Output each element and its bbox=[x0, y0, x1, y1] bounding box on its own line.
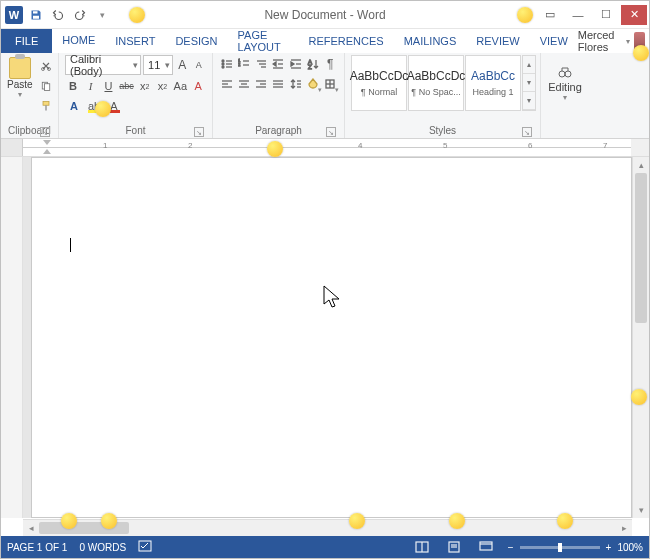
status-word-count[interactable]: 0 WORDS bbox=[79, 542, 126, 553]
scroll-down-button[interactable]: ▾ bbox=[633, 502, 649, 518]
style-heading-1[interactable]: AaBbCcHeading 1 bbox=[465, 55, 521, 111]
style-normal[interactable]: AaBbCcDc¶ Normal bbox=[351, 55, 407, 111]
help-button[interactable]: ? bbox=[509, 5, 535, 25]
view-web-layout-button[interactable] bbox=[476, 539, 496, 555]
strikethrough-button[interactable]: abc bbox=[118, 77, 135, 95]
zoom-slider-thumb[interactable] bbox=[558, 543, 562, 552]
text-effects-button[interactable]: A bbox=[65, 97, 83, 115]
hscroll-thumb[interactable] bbox=[39, 522, 129, 534]
tab-references[interactable]: REFERENCES bbox=[299, 29, 394, 53]
save-icon[interactable] bbox=[27, 6, 45, 24]
ruler-scale[interactable]: 1 2 3 4 5 6 7 bbox=[23, 139, 631, 156]
zoom-out-button[interactable]: − bbox=[508, 542, 514, 553]
tab-file[interactable]: FILE bbox=[1, 29, 52, 53]
clear-formatting-button[interactable]: A bbox=[190, 77, 206, 95]
increase-indent-button[interactable] bbox=[288, 55, 303, 73]
underline-button[interactable]: U bbox=[101, 77, 117, 95]
multilevel-list-button[interactable] bbox=[254, 55, 269, 73]
borders-button[interactable] bbox=[323, 75, 338, 93]
show-pilcrow-button[interactable]: ¶ bbox=[323, 55, 338, 73]
horizontal-scrollbar[interactable]: ◂ ▸ bbox=[23, 519, 632, 536]
group-label-clipboard: Clipboard bbox=[7, 124, 52, 138]
justify-button[interactable] bbox=[271, 75, 286, 93]
tab-page-layout[interactable]: PAGE LAYOUT bbox=[228, 29, 299, 53]
shrink-font-button[interactable]: A bbox=[192, 56, 206, 74]
format-painter-icon[interactable] bbox=[37, 97, 55, 115]
grow-font-button[interactable]: A bbox=[175, 56, 189, 74]
minimize-button[interactable]: — bbox=[565, 5, 591, 25]
subscript-button[interactable]: x2 bbox=[137, 77, 153, 95]
account-area[interactable]: Merced Flores ▾ bbox=[578, 29, 649, 53]
font-color-button[interactable]: A bbox=[105, 97, 123, 115]
view-read-mode-button[interactable] bbox=[412, 539, 432, 555]
maximize-button[interactable]: ☐ bbox=[593, 5, 619, 25]
paste-button[interactable]: Paste ▾ bbox=[7, 55, 33, 124]
zoom-slider[interactable] bbox=[520, 546, 600, 549]
cut-icon[interactable] bbox=[37, 57, 55, 75]
ruler-tab-selector[interactable] bbox=[1, 139, 23, 156]
ruler-vertical[interactable] bbox=[1, 157, 23, 518]
line-spacing-button[interactable] bbox=[288, 75, 303, 93]
paragraph-dialog-launcher[interactable] bbox=[326, 127, 336, 137]
sort-button[interactable]: AZ bbox=[305, 55, 320, 73]
svg-rect-0 bbox=[33, 11, 38, 13]
document-area: ▴ ▾ bbox=[1, 157, 649, 518]
superscript-button[interactable]: x2 bbox=[155, 77, 171, 95]
bold-button[interactable]: B bbox=[65, 77, 81, 95]
ribbon-display-options-button[interactable]: ▭ bbox=[537, 5, 563, 25]
highlight-color-button[interactable]: ab bbox=[85, 97, 103, 115]
status-page[interactable]: PAGE 1 OF 1 bbox=[7, 542, 67, 553]
scroll-thumb[interactable] bbox=[635, 173, 647, 323]
tab-mailings[interactable]: MAILINGS bbox=[394, 29, 467, 53]
scroll-up-button[interactable]: ▴ bbox=[633, 157, 649, 173]
zoom-percent[interactable]: 100% bbox=[617, 542, 643, 553]
tab-home[interactable]: HOME bbox=[52, 29, 105, 53]
style-no-spacing[interactable]: AaBbCcDc¶ No Spac... bbox=[408, 55, 464, 111]
tab-insert[interactable]: INSERT bbox=[105, 29, 165, 53]
scroll-left-button[interactable]: ◂ bbox=[23, 523, 39, 533]
font-dialog-launcher[interactable] bbox=[194, 127, 204, 137]
decrease-indent-button[interactable] bbox=[271, 55, 286, 73]
hscroll-track[interactable] bbox=[39, 520, 616, 536]
clipboard-dialog-launcher[interactable] bbox=[40, 127, 50, 137]
shading-button[interactable] bbox=[305, 75, 320, 93]
tab-design[interactable]: DESIGN bbox=[165, 29, 227, 53]
italic-button[interactable]: I bbox=[83, 77, 99, 95]
page[interactable] bbox=[31, 157, 632, 518]
document-viewport[interactable] bbox=[23, 157, 632, 518]
vertical-scrollbar[interactable]: ▴ ▾ bbox=[632, 157, 649, 518]
undo-icon[interactable] bbox=[49, 6, 67, 24]
redo-icon[interactable] bbox=[71, 6, 89, 24]
font-name-combo[interactable]: Calibri (Body) bbox=[65, 55, 141, 75]
zoom-control[interactable]: − + 100% bbox=[508, 542, 643, 553]
group-label-font: Font bbox=[65, 124, 206, 138]
editing-menu-button[interactable]: Editing ▾ bbox=[547, 55, 583, 124]
ruler-tick: 5 bbox=[443, 141, 447, 150]
qat-customize-icon[interactable]: ▾ bbox=[93, 6, 111, 24]
scroll-right-button[interactable]: ▸ bbox=[616, 523, 632, 533]
group-paragraph: 12 AZ ¶ Paragraph bbox=[213, 53, 345, 138]
change-case-button[interactable]: Aa bbox=[172, 77, 188, 95]
view-print-layout-button[interactable] bbox=[444, 539, 464, 555]
tab-view[interactable]: VIEW bbox=[530, 29, 578, 53]
status-proofing-icon[interactable] bbox=[138, 540, 152, 554]
font-size-combo[interactable]: 11 bbox=[143, 55, 173, 75]
close-button[interactable]: ✕ bbox=[621, 5, 647, 25]
scroll-track[interactable] bbox=[633, 173, 649, 502]
styles-gallery-more[interactable]: ▴▾▾ bbox=[522, 55, 536, 111]
styles-dialog-launcher[interactable] bbox=[522, 127, 532, 137]
zoom-in-button[interactable]: + bbox=[606, 542, 612, 553]
tab-review[interactable]: REVIEW bbox=[466, 29, 529, 53]
indent-marker-icon[interactable] bbox=[43, 140, 51, 154]
align-left-button[interactable] bbox=[219, 75, 234, 93]
align-right-button[interactable] bbox=[254, 75, 269, 93]
bullets-button[interactable] bbox=[219, 55, 234, 73]
word-app-icon: W bbox=[5, 6, 23, 24]
copy-icon[interactable] bbox=[37, 77, 55, 95]
svg-point-47 bbox=[559, 71, 565, 77]
numbering-button[interactable]: 12 bbox=[236, 55, 251, 73]
svg-point-8 bbox=[222, 60, 224, 62]
group-editing: Editing ▾ bbox=[541, 53, 589, 138]
align-center-button[interactable] bbox=[236, 75, 251, 93]
ruler-horizontal[interactable]: 1 2 3 4 5 6 7 bbox=[1, 139, 649, 157]
